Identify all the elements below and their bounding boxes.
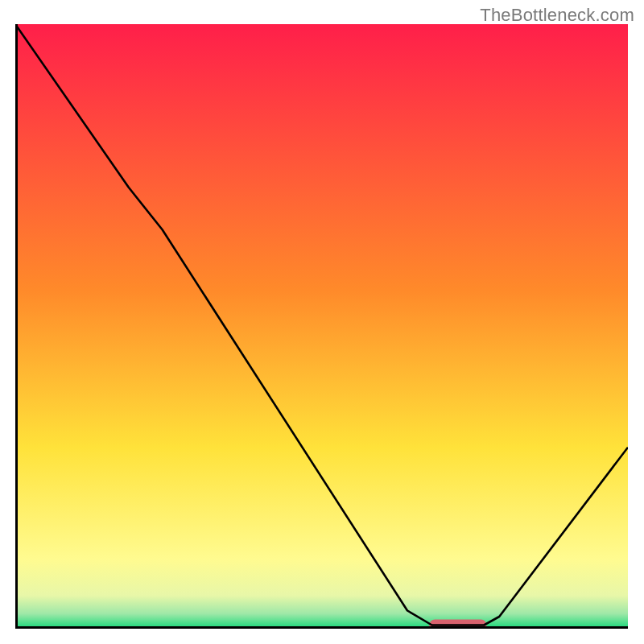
chart-background <box>15 24 628 629</box>
watermark-text: TheBottleneck.com <box>480 5 634 26</box>
chart-container <box>15 24 628 629</box>
chart-svg <box>15 24 628 629</box>
